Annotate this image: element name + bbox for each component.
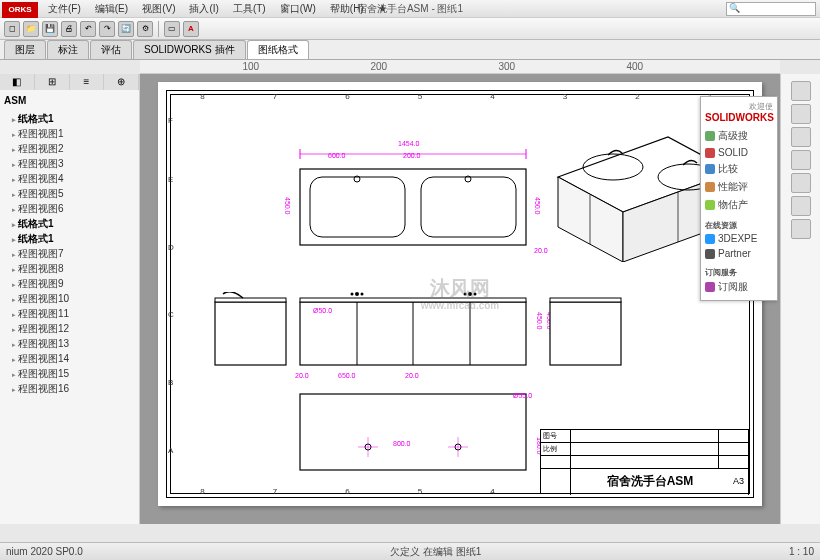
tree-view-item[interactable]: 程图视图16 [4, 382, 135, 397]
horizontal-ruler: 100 200 300 400 [140, 60, 780, 74]
tree-sheet-format-1[interactable]: 纸格式1 [4, 112, 135, 127]
appearances-icon[interactable] [791, 173, 811, 193]
dim-total-width: 1454.0 [398, 140, 419, 147]
tab-sheet-format[interactable]: 图纸格式 [247, 40, 309, 59]
tree-view-item[interactable]: 程图视图8 [4, 262, 135, 277]
right-side-view [548, 292, 623, 367]
view-palette-icon[interactable] [791, 150, 811, 170]
tree-view-item[interactable]: 程图视图7 [4, 247, 135, 262]
search-input[interactable]: 🔍 [726, 2, 816, 16]
home-icon[interactable] [791, 81, 811, 101]
library-icon[interactable] [791, 127, 811, 147]
svg-rect-28 [550, 302, 621, 365]
welcome-label: 欢迎使 [705, 101, 773, 112]
svg-rect-0 [300, 169, 526, 245]
options-icon[interactable]: ⚙ [137, 21, 153, 37]
status-version: nium 2020 SP0.0 [6, 546, 83, 557]
dim-height: 450.0 [284, 197, 291, 215]
status-scale: 1 : 10 [789, 546, 814, 557]
taskpane-section: 订阅服务 [705, 267, 773, 278]
dim-front-le: 20.0 [295, 372, 309, 379]
tree-view-item[interactable]: 程图视图12 [4, 322, 135, 337]
text-icon[interactable]: A [183, 21, 199, 37]
tree-view-item[interactable]: 程图视图3 [4, 157, 135, 172]
feature-tree-panel: ◧⊞≡⊕ ASM 纸格式1 程图视图1 程图视图2 程图视图3 程图视图4 程图… [0, 74, 140, 524]
taskpane-item[interactable]: 订阅服 [705, 278, 773, 296]
svg-rect-15 [215, 302, 286, 365]
tree-view-item[interactable]: 程图视图10 [4, 292, 135, 307]
dim-edge: 20.0 [534, 247, 548, 254]
app-logo: ORKS [2, 2, 38, 18]
tree-view-item[interactable]: 程图视图2 [4, 142, 135, 157]
svg-point-22 [355, 292, 359, 296]
top-view [298, 167, 528, 247]
taskpane-item[interactable]: SOLID [705, 145, 773, 160]
forum-icon[interactable] [791, 219, 811, 239]
tree-view-item[interactable]: 程图视图15 [4, 367, 135, 382]
tree-view-item[interactable]: 程图视图11 [4, 307, 135, 322]
taskpane-item[interactable]: 高级搜 [705, 127, 773, 145]
undo-icon[interactable]: ↶ [80, 21, 96, 37]
svg-point-25 [468, 292, 472, 296]
menu-file[interactable]: 文件(F) [42, 2, 87, 16]
tree-sheet-format-2[interactable]: 纸格式1 [4, 217, 135, 232]
tree-view-item[interactable]: 程图视图13 [4, 337, 135, 352]
status-bar: nium 2020 SP0.0 欠定义 在编辑 图纸1 1 : 10 [0, 542, 820, 560]
drawing-title: 宿舍洗手台ASM [571, 469, 729, 495]
open-icon[interactable]: 📁 [23, 21, 39, 37]
tab-annotate[interactable]: 标注 [47, 40, 89, 59]
dim-gap: 200.0 [403, 152, 421, 159]
drawing-canvas[interactable]: 8 7 6 5 4 3 2 1 8 7 6 5 4 3 A B C D E F … [140, 74, 780, 524]
svg-point-27 [474, 293, 477, 296]
svg-rect-29 [550, 298, 621, 302]
tab-layer[interactable]: 图层 [4, 40, 46, 59]
tree-sheet-format-3[interactable]: 纸格式1 [4, 232, 135, 247]
taskpane-item[interactable]: Partner [705, 246, 773, 261]
drawing-sheet: 8 7 6 5 4 3 2 1 8 7 6 5 4 3 A B C D E F … [158, 82, 762, 506]
tree-view-item[interactable]: 程图视图5 [4, 187, 135, 202]
status-state: 欠定义 在编辑 图纸1 [390, 545, 481, 559]
rebuild-icon[interactable]: 🔄 [118, 21, 134, 37]
taskpane-item[interactable]: 性能评 [705, 178, 773, 196]
tree-view-item[interactable]: 程图视图9 [4, 277, 135, 292]
tree-view-item[interactable]: 程图视图4 [4, 172, 135, 187]
tree-tabs[interactable]: ◧⊞≡⊕ [0, 74, 139, 90]
menu-window[interactable]: 窗口(W) [274, 2, 322, 16]
taskpane-item[interactable]: 物估产 [705, 196, 773, 214]
dim-dia1: Ø50.0 [313, 307, 332, 314]
tab-addins[interactable]: SOLIDWORKS 插件 [133, 40, 246, 59]
tab-evaluate[interactable]: 评估 [90, 40, 132, 59]
side-view [213, 292, 288, 367]
tree-view-item[interactable]: 程图视图6 [4, 202, 135, 217]
menu-tools[interactable]: 工具(T) [227, 2, 272, 16]
properties-icon[interactable] [791, 196, 811, 216]
tree-view-item[interactable]: 程图视图14 [4, 352, 135, 367]
taskpane-item[interactable]: 比较 [705, 160, 773, 178]
tree-root[interactable]: ASM [4, 94, 135, 108]
redo-icon[interactable]: ↷ [99, 21, 115, 37]
new-icon[interactable]: ◻ [4, 21, 20, 37]
taskpane-section: 在线资源 [705, 220, 773, 231]
menu-edit[interactable]: 编辑(E) [89, 2, 134, 16]
menu-view[interactable]: 视图(V) [136, 2, 181, 16]
window-title: 宿舍洗手台ASM - 图纸1 [357, 2, 463, 16]
save-icon[interactable]: 💾 [42, 21, 58, 37]
dim-half: 600.0 [328, 152, 346, 159]
bottom-view [298, 392, 528, 472]
ribbon-tabs: 图层 标注 评估 SOLIDWORKS 插件 图纸格式 [0, 40, 820, 60]
select-icon[interactable]: ▭ [164, 21, 180, 37]
print-icon[interactable]: 🖨 [61, 21, 77, 37]
dim-front-h: 450.0 [536, 312, 543, 330]
dim-bottom-w: 800.0 [393, 440, 411, 447]
resources-icon[interactable] [791, 104, 811, 124]
dim-front-w2: 20.0 [405, 372, 419, 379]
dim-front-w1: 650.0 [338, 372, 356, 379]
svg-point-24 [361, 293, 364, 296]
svg-rect-18 [300, 298, 526, 302]
svg-rect-30 [300, 394, 526, 470]
task-pane: 欢迎使 SOLIDWORKS 高级搜 SOLID 比较 性能评 物估产 在线资源… [700, 96, 778, 301]
dim-height2: 450.0 [534, 197, 541, 215]
tree-view-item[interactable]: 程图视图1 [4, 127, 135, 142]
menu-insert[interactable]: 插入(I) [183, 2, 224, 16]
taskpane-item[interactable]: 3DEXPE [705, 231, 773, 246]
